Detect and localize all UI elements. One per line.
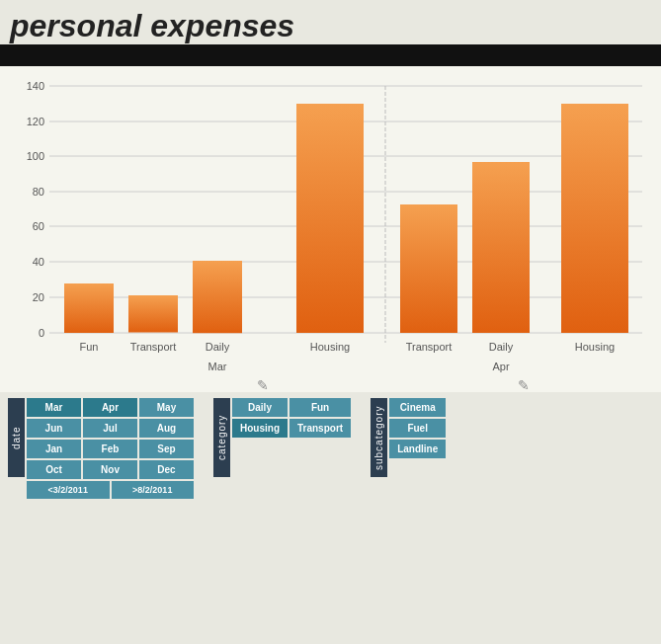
chart-area: 0 20 40 60 80 100 120 140 Fun Transport … <box>0 66 661 392</box>
date-filter-panel: date Mar Apr May Jun Jul Aug Jan Feb Sep… <box>8 398 194 499</box>
svg-text:20: 20 <box>33 291 44 303</box>
subcat-btn-landline[interactable]: Landline <box>389 440 446 458</box>
page-title: personal expenses <box>10 8 651 44</box>
date-btn-oct[interactable]: Oct <box>27 460 81 479</box>
date-btn-jan[interactable]: Jan <box>27 440 81 458</box>
date-btn-jun[interactable]: Jun <box>27 419 81 438</box>
svg-text:60: 60 <box>33 220 44 232</box>
svg-text:80: 80 <box>33 186 44 198</box>
date-btn-dec[interactable]: Dec <box>139 460 194 479</box>
bar-apr-transport[interactable] <box>400 204 457 333</box>
bar-mar-fun[interactable] <box>64 283 114 333</box>
bar-mar-transport[interactable] <box>128 295 178 333</box>
svg-text:Fun: Fun <box>80 341 99 353</box>
svg-text:Housing: Housing <box>310 341 350 353</box>
svg-text:40: 40 <box>33 256 44 268</box>
svg-text:120: 120 <box>27 116 44 127</box>
date-btn-aug[interactable]: Aug <box>139 419 194 438</box>
chart-wrapper: 0 20 40 60 80 100 120 140 Fun Transport … <box>10 76 650 392</box>
date-btn-may[interactable]: May <box>139 398 194 417</box>
chart-svg: 0 20 40 60 80 100 120 140 Fun Transport … <box>10 76 650 392</box>
date-btn-nov[interactable]: Nov <box>83 460 137 479</box>
date-buttons-grid: Mar Apr May Jun Jul Aug Jan Feb Sep Oct … <box>27 398 194 479</box>
svg-text:Daily: Daily <box>206 341 230 353</box>
category-filter-panel: category Daily Fun Housing Transport <box>213 398 351 477</box>
svg-text:0: 0 <box>39 327 44 339</box>
svg-text:Transport: Transport <box>130 341 177 353</box>
date-btn-to[interactable]: >8/2/2011 <box>112 481 195 499</box>
date-btn-from[interactable]: <3/2/2011 <box>27 481 110 499</box>
title-bar: personal expenses <box>0 0 661 44</box>
cat-btn-fun[interactable]: Fun <box>289 398 351 417</box>
filter-area: date Mar Apr May Jun Jul Aug Jan Feb Sep… <box>0 392 661 505</box>
svg-text:✎: ✎ <box>257 377 269 392</box>
date-btn-feb[interactable]: Feb <box>83 440 137 458</box>
subcat-btn-cinema[interactable]: Cinema <box>389 398 446 417</box>
cat-btn-transport[interactable]: Transport <box>289 419 351 438</box>
date-btn-mar[interactable]: Mar <box>27 398 81 417</box>
date-filter-label: date <box>8 398 25 477</box>
subcategory-filter-panel: subcategory Cinema Fuel Landline <box>371 398 446 477</box>
svg-text:100: 100 <box>27 150 44 162</box>
svg-text:Transport: Transport <box>406 341 453 353</box>
subcategory-filter-label: subcategory <box>371 398 387 477</box>
svg-text:Apr: Apr <box>492 361 509 372</box>
bar-apr-daily[interactable] <box>472 162 530 333</box>
bar-mar-daily[interactable] <box>193 261 242 333</box>
svg-text:Mar: Mar <box>208 361 227 372</box>
date-btn-jul[interactable]: Jul <box>83 419 137 438</box>
date-btn-sep[interactable]: Sep <box>139 440 194 458</box>
bar-mar-housing[interactable] <box>296 104 364 333</box>
subcat-btn-fuel[interactable]: Fuel <box>389 419 446 438</box>
svg-text:Housing: Housing <box>575 341 615 353</box>
svg-text:140: 140 <box>27 80 44 92</box>
svg-text:✎: ✎ <box>518 377 530 392</box>
svg-text:Daily: Daily <box>489 341 514 353</box>
category-filter-label: category <box>213 398 230 477</box>
bar-apr-housing[interactable] <box>561 104 628 333</box>
date-btn-apr[interactable]: Apr <box>83 398 137 417</box>
separator-bar <box>0 44 661 66</box>
cat-btn-housing[interactable]: Housing <box>232 419 288 438</box>
cat-btn-daily[interactable]: Daily <box>232 398 288 417</box>
